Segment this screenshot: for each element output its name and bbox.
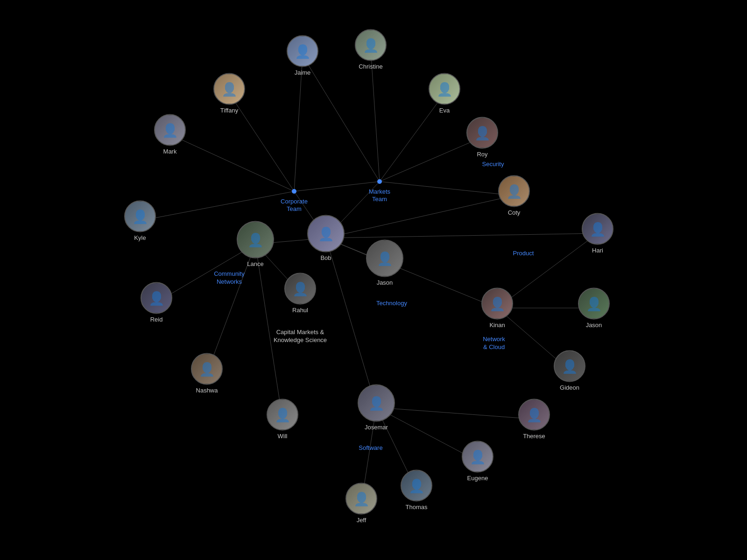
avatar-reid: 👤 (141, 282, 172, 314)
node-label-thomas: Thomas (406, 504, 428, 511)
avatar-jason_s: 👤 (578, 288, 610, 320)
avatar-therese: 👤 (518, 399, 550, 431)
node-nashwa[interactable]: 👤Nashwa (191, 353, 223, 394)
hub-dot-corporate_team (292, 189, 296, 194)
node-gideon[interactable]: 👤Gideon (554, 350, 585, 391)
svg-line-16 (326, 238, 497, 308)
node-eva[interactable]: 👤Eva (429, 73, 460, 114)
svg-line-9 (294, 182, 380, 191)
node-label-kinan: Kinan (489, 322, 505, 329)
hub-label-corporate_team: Corporate Team (281, 198, 308, 212)
node-hari[interactable]: 👤Hari (582, 213, 613, 254)
avatar-hari: 👤 (582, 213, 613, 245)
svg-line-28 (376, 407, 534, 419)
avatar-jeff: 👤 (345, 483, 377, 515)
team-label-network_cloud: Network & Cloud (483, 336, 505, 351)
hub-label-markets_team: Markets Team (369, 188, 390, 203)
node-lance[interactable]: 👤Lance (237, 221, 274, 267)
team-label-technology: Technology (376, 300, 407, 308)
node-label-tiffany: Tiffany (220, 107, 238, 114)
avatar-roy: 👤 (466, 117, 498, 149)
node-kinan[interactable]: 👤Kinan (481, 288, 513, 329)
node-label-jason_s: Jason (586, 322, 602, 329)
node-christine[interactable]: 👤Christine (355, 29, 387, 70)
avatar-bob: 👤 (307, 215, 345, 252)
node-roy[interactable]: 👤Roy (466, 117, 498, 158)
node-jason_s[interactable]: 👤Jason (578, 288, 610, 329)
avatar-nashwa: 👤 (191, 353, 223, 385)
avatar-josemar: 👤 (358, 385, 395, 422)
svg-line-14 (326, 196, 514, 238)
svg-line-6 (170, 134, 294, 191)
node-label-gideon: Gideon (560, 384, 579, 391)
avatar-lance: 👤 (237, 221, 274, 259)
svg-line-8 (294, 56, 303, 191)
node-jaime[interactable]: 👤Jaime (287, 35, 318, 76)
node-label-jaime: Jaime (295, 69, 311, 76)
node-mark[interactable]: 👤Mark (154, 114, 186, 155)
node-tiffany[interactable]: 👤Tiffany (213, 73, 245, 114)
team-label-community_networks: Community Networks (214, 270, 245, 286)
node-label-reid: Reid (150, 316, 163, 323)
node-label-josemar: Josemar (365, 424, 388, 431)
node-josemar[interactable]: 👤Josemar (358, 385, 395, 431)
svg-line-3 (380, 182, 514, 196)
node-kyle[interactable]: 👤Kyle (124, 201, 156, 241)
node-label-nashwa: Nashwa (196, 387, 218, 394)
avatar-tiffany: 👤 (213, 73, 245, 105)
avatar-rahul: 👤 (284, 273, 316, 305)
avatar-christine: 👤 (355, 29, 387, 61)
node-label-jason_t: Jason (377, 279, 393, 286)
avatar-kyle: 👤 (124, 201, 156, 232)
avatar-jaime: 👤 (287, 35, 318, 67)
node-label-hari: Hari (592, 247, 603, 254)
node-label-coty: Coty (508, 209, 521, 216)
node-label-rahul: Rahul (292, 307, 308, 314)
node-bob[interactable]: 👤Bob (307, 215, 345, 261)
node-eugene[interactable]: 👤Eugene (462, 441, 493, 482)
node-will[interactable]: 👤Will (267, 399, 298, 440)
avatar-thomas: 👤 (401, 470, 432, 502)
node-label-therese: Therese (523, 433, 545, 440)
node-label-kyle: Kyle (134, 234, 146, 241)
team-label-capital_markets: Capital Markets & Knowledge Science (274, 329, 327, 344)
avatar-jason_t: 👤 (366, 240, 403, 277)
svg-line-7 (140, 191, 294, 221)
avatar-eugene: 👤 (462, 441, 493, 473)
node-coty[interactable]: 👤Coty (498, 175, 530, 216)
hub-dot-markets_team (377, 179, 382, 184)
node-label-roy: Roy (477, 151, 487, 158)
team-label-security: Security (482, 161, 504, 168)
svg-line-15 (326, 233, 598, 238)
node-reid[interactable]: 👤Reid (141, 282, 172, 323)
team-label-software: Software (359, 444, 382, 452)
node-jason_t[interactable]: 👤Jason (366, 240, 403, 286)
node-label-bob: Bob (320, 254, 331, 261)
node-label-christine: Christine (359, 63, 382, 70)
node-label-mark: Mark (163, 148, 177, 155)
avatar-will: 👤 (267, 399, 298, 431)
node-label-lance: Lance (247, 260, 263, 267)
node-label-will: Will (278, 433, 288, 440)
node-rahul[interactable]: 👤Rahul (284, 273, 316, 314)
node-thomas[interactable]: 👤Thomas (401, 470, 432, 511)
avatar-eva: 👤 (429, 73, 460, 105)
team-label-product: Product (513, 250, 534, 258)
network-container: Corporate TeamMarkets Team👤Tiffany👤Jaime… (0, 0, 747, 560)
avatar-kinan: 👤 (481, 288, 513, 320)
avatar-coty: 👤 (498, 175, 530, 207)
avatar-gideon: 👤 (554, 350, 585, 382)
node-therese[interactable]: 👤Therese (518, 399, 550, 440)
node-label-eugene: Eugene (467, 475, 488, 482)
node-label-eva: Eva (439, 107, 450, 114)
node-label-jeff: Jeff (357, 517, 366, 524)
node-jeff[interactable]: 👤Jeff (345, 483, 377, 524)
avatar-mark: 👤 (154, 114, 186, 146)
